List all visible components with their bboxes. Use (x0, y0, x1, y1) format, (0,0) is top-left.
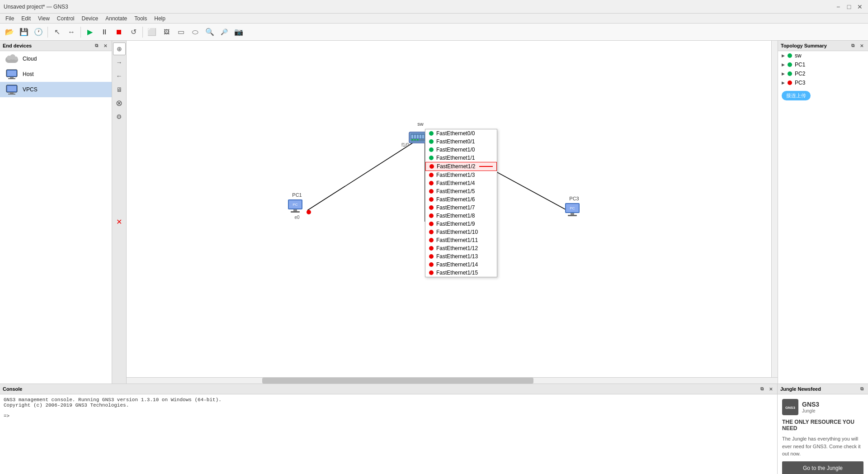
svg-text:PC: PC (292, 203, 297, 207)
iface-fe00[interactable]: FastEthernet0/0 (425, 129, 497, 137)
svg-rect-24 (422, 135, 424, 138)
menu-control[interactable]: Control (53, 14, 78, 23)
sidebar-item-cloud[interactable]: Cloud (0, 51, 112, 66)
stop-button[interactable]: ⏹ (112, 25, 126, 39)
pause-button[interactable]: ⏸ (98, 25, 111, 39)
iface-fe11[interactable]: FastEthernet1/1 (425, 154, 497, 162)
iface-fe17[interactable]: FastEthernet1/7 (425, 204, 497, 212)
svg-rect-13 (8, 94, 15, 95)
zoom-in-button[interactable]: 🔍 (203, 25, 217, 39)
iface-fe18[interactable]: FastEthernet1/8 (425, 212, 497, 220)
cursor-button[interactable]: ↖ (50, 25, 64, 39)
iface-fe113[interactable]: FastEthernet1/13 (425, 252, 497, 261)
draw-ellipse-button[interactable]: ⬭ (189, 25, 202, 39)
iface-fe01[interactable]: FastEthernet0/1 (425, 137, 497, 146)
sidebar-item-vpcs[interactable]: VPCS (0, 82, 112, 97)
iface-fe111[interactable]: FastEthernet1/11 (425, 236, 497, 244)
svg-text:PC: PC (570, 206, 575, 210)
iface-fe16[interactable]: FastEthernet1/6 (425, 195, 497, 204)
topology-item-pc1[interactable]: ▶ PC1 (778, 60, 868, 69)
nav-settings[interactable]: ⚙ (113, 110, 126, 123)
iface-fe16-status (429, 197, 434, 202)
iface-fe12[interactable]: FastEthernet1/2 (425, 162, 497, 171)
iface-fe13[interactable]: FastEthernet1/3 (425, 171, 497, 179)
iface-fe15[interactable]: FastEthernet1/5 (425, 187, 497, 195)
menu-annotate[interactable]: Annotate (102, 14, 131, 23)
vpcs-label: VPCS (23, 86, 38, 93)
pc3-status-dot-topo (788, 81, 792, 85)
iface-fe10[interactable]: FastEthernet1/0 (425, 146, 497, 154)
console-float-icon[interactable]: ⧉ (758, 385, 765, 393)
pc3-icon: PC (564, 202, 584, 219)
interface-dropdown[interactable]: FastEthernet0/0 FastEthernet0/1 FastEthe… (425, 129, 497, 277)
topology-float-icon[interactable]: ⧉ (849, 42, 856, 49)
menu-edit[interactable]: Edit (18, 14, 34, 23)
draw-square-button[interactable]: ▭ (174, 25, 188, 39)
menu-tools[interactable]: Tools (131, 14, 151, 23)
device-pc1[interactable]: PC1 PC e0 (287, 192, 307, 220)
nav-monitor[interactable]: 🖥 (113, 83, 126, 96)
iface-fe110[interactable]: FastEthernet1/10 (425, 228, 497, 236)
menu-file[interactable]: File (2, 14, 18, 23)
nav-delete[interactable]: ✕ (113, 215, 126, 228)
iface-fe19[interactable]: FastEthernet1/9 (425, 220, 497, 228)
iface-fe112[interactable]: FastEthernet1/12 (425, 244, 497, 252)
open-folder-button[interactable]: 📂 (3, 25, 16, 39)
menu-device[interactable]: Device (78, 14, 102, 23)
iface-fe00-status (429, 131, 434, 136)
svg-rect-39 (571, 213, 574, 215)
canvas-scrollbar-horizontal[interactable] (127, 377, 778, 384)
history-button[interactable]: 🕐 (32, 25, 45, 39)
link-label-f1-0: f1/0 (401, 142, 409, 147)
nav-router[interactable]: ⊗ (113, 97, 126, 109)
sidebar-icon-float[interactable]: ⧉ (93, 42, 100, 49)
console-close-icon[interactable]: ✕ (767, 385, 774, 393)
topology-item-pc2[interactable]: ▶ PC2 (778, 69, 868, 78)
topology-close-icon[interactable]: ✕ (858, 42, 865, 49)
sidebar-icon-close[interactable]: ✕ (102, 42, 109, 49)
nav-forward[interactable]: → (113, 56, 126, 69)
device-pc3[interactable]: PC3 PC (564, 196, 584, 219)
sidebar-title: End devices (3, 43, 32, 48)
topology-expand-pc2[interactable]: ▶ (782, 71, 785, 76)
play-button[interactable]: ▶ (83, 25, 97, 39)
nav-browse[interactable]: ⊕ (113, 43, 126, 55)
iface-fe112-status (429, 246, 434, 251)
jungle-logo-text-block: GNS3 Jungle (802, 401, 819, 413)
svg-line-14 (307, 138, 420, 210)
jungle-goto-button[interactable]: Go to the Jungle (782, 461, 863, 474)
topology-expand-pc1[interactable]: ▶ (782, 62, 785, 67)
canvas-area[interactable]: sw f1/0 (127, 41, 778, 384)
nav-back[interactable]: ← (113, 70, 126, 82)
jungle-logo-icon: GNS3 (782, 399, 798, 415)
topology-item-pc3[interactable]: ▶ PC3 (778, 78, 868, 87)
iface-fe115[interactable]: FastEthernet1/15 (425, 269, 497, 277)
topology-expand-sw[interactable]: ▶ (782, 53, 785, 58)
svg-rect-8 (8, 78, 15, 79)
menu-help[interactable]: Help (151, 14, 169, 23)
iface-fe14[interactable]: FastEthernet1/4 (425, 179, 497, 187)
move-button[interactable]: ↔ (65, 25, 78, 39)
canvas-scrollbar-vertical[interactable] (771, 41, 778, 377)
pc3-label: PC3 (569, 196, 579, 201)
sidebar-item-host[interactable]: Host (0, 66, 112, 82)
topology-sw-label: sw (795, 52, 802, 59)
save-button[interactable]: 💾 (17, 25, 31, 39)
connection-popup[interactable]: 接连上传 (782, 91, 811, 100)
screenshot-button[interactable]: 📷 (232, 25, 245, 39)
close-button[interactable]: ✕ (855, 2, 864, 11)
menu-view[interactable]: View (34, 14, 53, 23)
reload-button[interactable]: ↺ (127, 25, 140, 39)
iface-fe113-label: FastEthernet1/13 (436, 253, 478, 260)
pc1-status-dot (307, 210, 311, 214)
topology-item-sw[interactable]: ▶ sw (778, 51, 868, 60)
topology-expand-pc3[interactable]: ▶ (782, 81, 785, 85)
vpcs-icon (5, 84, 19, 95)
jungle-float-icon[interactable]: ⧉ (858, 385, 865, 393)
zoom-out-button[interactable]: 🔎 (217, 25, 231, 39)
draw-image-button[interactable]: 🖼 (160, 25, 173, 39)
minimize-button[interactable]: − (834, 2, 843, 11)
iface-fe114[interactable]: FastEthernet1/14 (425, 261, 497, 269)
draw-rect-button[interactable]: ⬜ (145, 25, 159, 39)
maximize-button[interactable]: □ (844, 2, 854, 11)
